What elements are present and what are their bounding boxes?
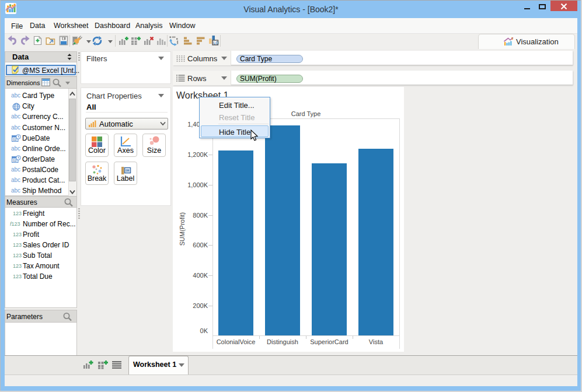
svg-text:LO: LO: [213, 41, 218, 45]
